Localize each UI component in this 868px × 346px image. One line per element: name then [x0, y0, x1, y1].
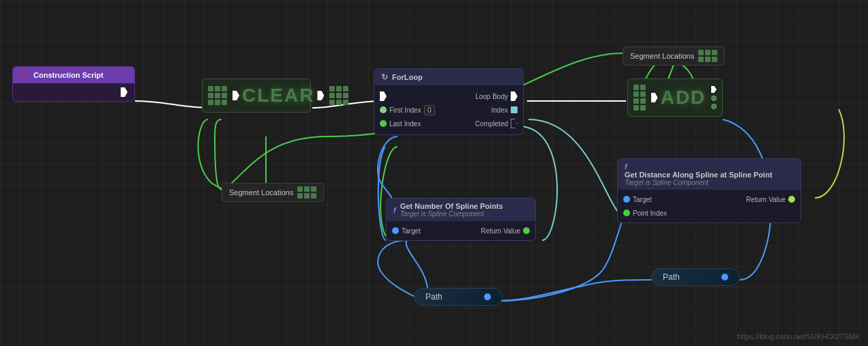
- path-right-node[interactable]: Path: [651, 268, 740, 286]
- clear-exec-out-pin[interactable]: [317, 91, 324, 100]
- clear-node-body: CLEAR: [203, 79, 310, 112]
- add-node-body: ADD: [628, 79, 722, 116]
- get-distance-point-index-label: Point Index: [633, 210, 667, 217]
- add-circle-pin[interactable]: [711, 96, 717, 101]
- construction-script-header: Construction Script: [13, 67, 134, 83]
- add-circle-pin2[interactable]: [711, 104, 717, 109]
- get-spline-target-label: Target is Spline Component: [400, 210, 503, 218]
- clear-label: CLEAR: [242, 85, 314, 106]
- forloop-first-index-row: First Index 0 Index: [374, 103, 523, 117]
- segment-locations-top-node[interactable]: Segment Locations: [623, 46, 725, 66]
- forloop-header: ↻ ForLoop: [374, 69, 523, 85]
- add-exec-out-pin[interactable]: [711, 86, 717, 93]
- forloop-node[interactable]: ↻ ForLoop Loop Body First Index 0: [374, 68, 524, 135]
- get-spline-body: Target Return Value: [387, 221, 535, 240]
- segment-locations-left-label: Segment Locations: [229, 188, 293, 197]
- forloop-body: Loop Body First Index 0 Index: [374, 85, 523, 134]
- get-spline-header: f Get Number Of Spline Points Target is …: [387, 199, 535, 221]
- forloop-first-index-value[interactable]: 0: [424, 105, 435, 115]
- add-label: ADD: [661, 87, 706, 109]
- get-distance-title: Get Distance Along Spline at Spline Poin…: [625, 171, 794, 179]
- construction-script-body: [13, 83, 134, 101]
- forloop-exec-in-pin[interactable]: [380, 91, 387, 101]
- construction-script-title: Construction Script: [33, 71, 104, 79]
- forloop-first-index-label: First Index: [389, 106, 421, 114]
- get-spline-func-icon: f: [393, 206, 396, 214]
- add-exec-in-pin[interactable]: [651, 93, 658, 102]
- get-distance-point-index-row: Point Index: [618, 206, 800, 220]
- forloop-last-index-label: Last Index: [389, 120, 421, 128]
- forloop-completed-label: Completed: [475, 120, 508, 128]
- get-spline-target-pin-label: Target: [402, 227, 421, 235]
- segment-locations-left-grid: [297, 186, 316, 199]
- forloop-last-index-pin[interactable]: [380, 120, 387, 127]
- forloop-title: ForLoop: [392, 73, 423, 81]
- get-spline-target-in-pin[interactable]: [392, 227, 399, 234]
- forloop-index-pin[interactable]: [511, 106, 518, 113]
- path-right-pin[interactable]: [721, 274, 728, 280]
- forloop-loop-body-label: Loop Body: [475, 93, 508, 100]
- forloop-loop-body-pin[interactable]: [511, 91, 518, 101]
- segment-locations-top-label: Segment Locations: [630, 52, 694, 60]
- clear-exec-in-pin[interactable]: [233, 91, 239, 100]
- get-distance-target-row: Target Return Value: [618, 192, 800, 206]
- get-distance-target-in-pin[interactable]: [623, 196, 630, 203]
- forloop-completed-pin[interactable]: [511, 119, 518, 128]
- segment-locations-top-grid: [698, 50, 717, 62]
- add-node[interactable]: ADD: [627, 78, 723, 117]
- get-spline-title: Get Number Of Spline Points: [400, 202, 503, 210]
- clear-right-grid: [329, 86, 348, 105]
- get-distance-func-icon: f: [625, 162, 627, 171]
- construction-script-node[interactable]: Construction Script: [12, 66, 135, 102]
- add-left-grid: [633, 85, 646, 111]
- forloop-icon: ↻: [381, 72, 388, 82]
- get-spline-target-row: Target Return Value: [387, 224, 535, 237]
- segment-locations-left-node[interactable]: Segment Locations: [222, 183, 324, 202]
- blueprint-canvas[interactable]: Construction Script CLEAR: [0, 0, 868, 346]
- get-spline-points-node[interactable]: f Get Number Of Spline Points Target is …: [386, 198, 536, 241]
- get-spline-return-pin[interactable]: [523, 227, 530, 234]
- get-distance-header: f Get Distance Along Spline at Spline Po…: [618, 159, 800, 190]
- add-right-grid: [711, 86, 717, 109]
- get-distance-target-label: Target is Spline Component: [625, 179, 794, 186]
- clear-node[interactable]: CLEAR: [202, 78, 311, 113]
- path-bottom-label: Path: [425, 292, 443, 302]
- get-distance-target-pin-label: Target: [633, 196, 652, 203]
- get-distance-return-label: Return Value: [746, 196, 785, 203]
- get-distance-return-pin[interactable]: [788, 196, 795, 203]
- clear-left-grid: [208, 86, 227, 105]
- get-distance-body: Target Return Value Point Index: [618, 190, 800, 222]
- watermark: https://blog.csdn.net/SUKHOI27SMK: [737, 332, 860, 341]
- construction-script-icon: [20, 70, 29, 80]
- get-distance-point-index-pin[interactable]: [623, 210, 630, 216]
- path-bottom-node[interactable]: Path: [414, 288, 503, 306]
- construction-script-exec-out-pin[interactable]: [121, 87, 128, 97]
- path-right-label: Path: [663, 272, 680, 282]
- get-spline-return-label: Return Value: [481, 227, 520, 235]
- path-bottom-pin[interactable]: [484, 293, 491, 300]
- forloop-last-index-row: Last Index Completed: [374, 117, 523, 130]
- forloop-exec-row: Loop Body: [374, 89, 523, 103]
- forloop-index-label: Index: [492, 106, 508, 114]
- get-distance-node[interactable]: f Get Distance Along Spline at Spline Po…: [617, 158, 801, 223]
- forloop-first-index-pin[interactable]: [380, 106, 387, 113]
